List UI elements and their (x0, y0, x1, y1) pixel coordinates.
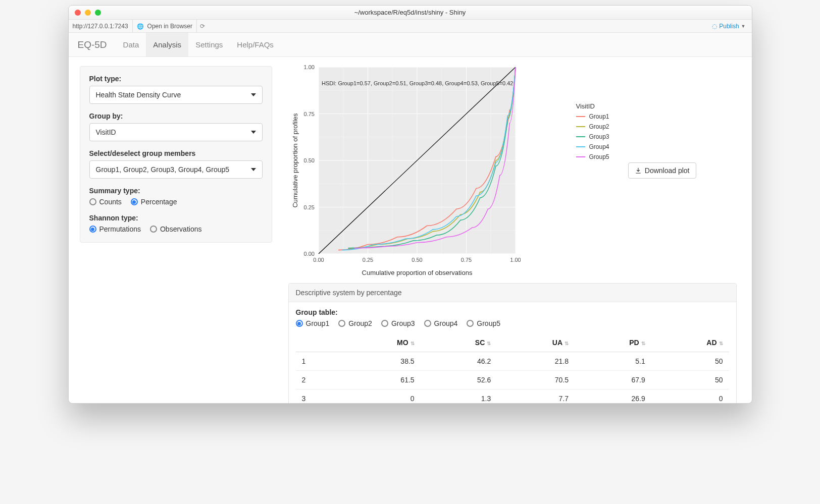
group-members-select[interactable]: Group1, Group2, Group3, Group4, Group5 (89, 160, 263, 179)
table-header[interactable]: MO⇅ (339, 333, 420, 352)
svg-text:0.25: 0.25 (303, 204, 314, 210)
table-row: 301.37.726.90 (296, 389, 729, 404)
chevron-down-icon (251, 168, 256, 171)
hsdc-plot: 0.000.250.500.751.000.000.250.500.751.00… (288, 62, 571, 279)
radio-icon (150, 226, 157, 233)
legend-label: Group1 (589, 113, 609, 120)
table-cell: 0 (651, 389, 729, 404)
shannon-type-label: Shannon type: (89, 214, 263, 222)
plot-type-select[interactable]: Health State Density Curve (89, 86, 263, 104)
table-header[interactable]: UA⇅ (497, 333, 575, 352)
legend-item: Group3 (576, 133, 609, 140)
table-cell: 67.9 (575, 371, 651, 389)
legend-swatch (576, 146, 585, 147)
table-header[interactable]: PD⇅ (575, 333, 651, 352)
table-header[interactable]: SC⇅ (421, 333, 497, 352)
shannon-type-option[interactable]: Permutations (89, 225, 141, 233)
svg-text:0.25: 0.25 (362, 257, 373, 263)
sort-icon: ⇅ (487, 341, 491, 346)
table-cell: 3 (296, 389, 340, 404)
svg-text:Cumulative proportion of profi: Cumulative proportion of profiles (291, 113, 299, 208)
group-table-option[interactable]: Group1 (296, 319, 330, 327)
summary-type-label: Percentage (141, 198, 177, 206)
chevron-down-icon (251, 93, 256, 96)
legend-item: Group1 (576, 113, 609, 120)
app-window: ~/workspace/R/eq5d/inst/shiny - Shiny ht… (68, 5, 752, 404)
radio-icon (131, 198, 138, 205)
minimize-window-icon[interactable] (85, 10, 91, 16)
radio-icon (89, 226, 96, 233)
url-field[interactable]: http://127.0.0.1:7243 (69, 20, 133, 32)
svg-text:1.00: 1.00 (510, 257, 521, 263)
plot-row: 0.000.250.500.751.000.000.250.500.751.00… (288, 62, 737, 279)
summary-type-option[interactable]: Counts (89, 198, 122, 206)
shannon-type-label: Observations (160, 225, 201, 233)
table-row: 138.546.221.85.150 (296, 352, 729, 371)
main-panel: 0.000.250.500.751.000.000.250.500.751.00… (283, 57, 752, 403)
close-window-icon[interactable] (75, 10, 81, 16)
titlebar: ~/workspace/R/eq5d/inst/shiny - Shiny (69, 6, 752, 20)
radio-icon (338, 320, 345, 327)
table-cell: 26.9 (575, 389, 651, 404)
chevron-down-icon: ▼ (741, 24, 746, 29)
controls-well: Plot type: Health State Density Curve Gr… (80, 66, 272, 243)
group-members-value: Group1, Group2, Group3, Group4, Group5 (96, 165, 230, 174)
download-plot-label: Download plot (645, 166, 690, 175)
shannon-type-radios: PermutationsObservations (89, 225, 263, 233)
legend-label: Group4 (589, 143, 609, 150)
browser-icon (137, 23, 145, 30)
group-by-label: Group by: (89, 112, 263, 120)
window-title: ~/workspace/R/eq5d/inst/shiny - Shiny (69, 9, 752, 16)
group-table-option[interactable]: Group2 (338, 319, 372, 327)
sort-icon: ⇅ (641, 341, 645, 346)
group-by-value: VisitID (96, 128, 116, 136)
table-cell: 21.8 (497, 352, 575, 371)
publish-icon: ◌ (712, 23, 717, 30)
content-area: Plot type: Health State Density Curve Gr… (69, 57, 752, 403)
publish-label: Publish (719, 23, 739, 30)
table-header[interactable] (296, 333, 340, 352)
table-header[interactable]: AD⇅ (651, 333, 729, 352)
sort-icon: ⇅ (565, 341, 569, 346)
group-by-select[interactable]: VisitID (89, 123, 263, 141)
maximize-window-icon[interactable] (95, 10, 101, 16)
table-cell: 5.1 (575, 352, 651, 371)
publish-button[interactable]: ◌ Publish ▼ (706, 23, 751, 30)
radio-icon (296, 320, 303, 327)
sort-icon: ⇅ (411, 341, 415, 346)
nav-item-settings[interactable]: Settings (188, 33, 230, 57)
open-in-browser-button[interactable]: Open in Browser (133, 20, 197, 32)
group-table-label: Group2 (348, 319, 372, 327)
nav-item-data[interactable]: Data (116, 33, 146, 57)
nav-item-analysis[interactable]: Analysis (146, 33, 188, 57)
table-row: 261.552.670.567.950 (296, 371, 729, 389)
nav-item-help[interactable]: Help/FAQs (230, 33, 281, 57)
summary-type-radios: CountsPercentage (89, 198, 263, 206)
table-cell: 50 (651, 352, 729, 371)
summary-type-option[interactable]: Percentage (131, 198, 177, 206)
svg-text:Cumulative proportion of obser: Cumulative proportion of observations (362, 269, 472, 276)
plot-type-value: Health State Density Curve (96, 91, 181, 99)
group-table-option[interactable]: Group4 (424, 319, 458, 327)
shannon-type-option[interactable]: Observations (150, 225, 201, 233)
legend-item: Group2 (576, 123, 609, 130)
reload-icon[interactable]: ⟳ (200, 23, 205, 30)
table-cell: 2 (296, 371, 340, 389)
svg-text:0.75: 0.75 (303, 111, 314, 117)
radio-icon (381, 320, 388, 327)
table-cell: 46.2 (421, 352, 497, 371)
table-cell: 0 (339, 389, 420, 404)
summary-type-label: Counts (99, 198, 122, 206)
plot-type-label: Plot type: (89, 75, 263, 83)
download-icon (635, 167, 642, 174)
table-cell: 7.7 (497, 389, 575, 404)
group-table-option[interactable]: Group5 (467, 319, 500, 327)
navbar: EQ-5D Data Analysis Settings Help/FAQs (69, 33, 752, 57)
download-plot-button[interactable]: Download plot (628, 162, 696, 179)
plot-legend: VisitID Group1Group2Group3Group4Group5 (576, 102, 609, 163)
sort-icon: ⇅ (719, 341, 723, 346)
table-cell: 38.5 (339, 352, 420, 371)
group-table-option[interactable]: Group3 (381, 319, 415, 327)
panel-heading: Descriptive system by percentage (289, 284, 736, 302)
svg-text:1.00: 1.00 (303, 64, 314, 70)
